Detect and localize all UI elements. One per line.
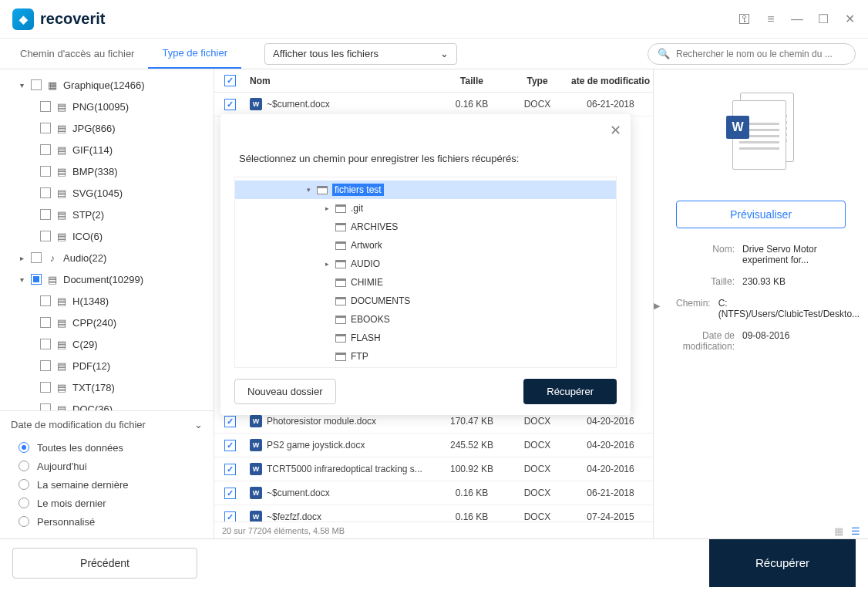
folder-icon xyxy=(335,353,346,361)
tree-bmp[interactable]: ▤BMP(338) xyxy=(0,160,214,182)
grid-view-icon[interactable]: ▦ xyxy=(834,525,843,537)
folder-item[interactable]: ARCHIVES xyxy=(235,218,616,236)
image-icon: ▦ xyxy=(46,79,59,91)
folder-item[interactable]: CHIMIE xyxy=(235,273,616,292)
maximize-icon[interactable]: ☐ xyxy=(817,13,829,25)
table-row[interactable]: WPS2 game joystick.docx245.52 KBDOCX04-2… xyxy=(214,434,653,457)
recover-button[interactable]: Récupérer xyxy=(709,539,856,587)
folder-icon xyxy=(335,204,346,213)
date-radio-1[interactable]: Aujourd'hui xyxy=(11,457,203,475)
new-folder-button[interactable]: Nouveau dossier xyxy=(234,379,336,404)
folder-item[interactable]: ▸AUDIO xyxy=(235,255,616,273)
folder-item[interactable]: EBOOKS xyxy=(235,310,616,329)
folder-icon xyxy=(335,223,346,231)
menu-icon[interactable]: ≡ xyxy=(765,13,777,25)
row-checkbox[interactable] xyxy=(224,464,236,475)
modal-recover-button[interactable]: Récupérer xyxy=(523,379,617,404)
folder-icon xyxy=(335,297,346,305)
tree-cpp[interactable]: ▤CPP(240) xyxy=(0,312,214,333)
date-filter-header[interactable]: Date de modification du fichier⌄ xyxy=(11,419,203,430)
list-view-icon[interactable]: ☰ xyxy=(851,525,860,537)
folder-icon xyxy=(335,278,346,287)
tree-gif[interactable]: ▤GIF(114) xyxy=(0,139,214,160)
folder-icon xyxy=(335,260,346,268)
tree-doc[interactable]: ▤DOC(36) xyxy=(0,398,214,410)
word-icon: W xyxy=(250,439,262,451)
caret-icon: ▸ xyxy=(323,260,331,268)
tree-ico[interactable]: ▤ICO(6) xyxy=(0,225,214,247)
date-radio-4[interactable]: Personnalisé xyxy=(11,512,203,531)
table-row[interactable]: W~$fezfzf.docx0.16 KBDOCX07-24-2015 xyxy=(214,505,653,521)
tree-document[interactable]: ▾▤Document(10299) xyxy=(0,268,214,290)
date-radio-3[interactable]: Le mois dernier xyxy=(11,494,203,512)
status-bar: 20 sur 77204 éléments, 4.58 MB xyxy=(214,521,653,538)
col-size[interactable]: Taille xyxy=(437,76,506,86)
audio-icon: ♪ xyxy=(46,251,59,264)
tree-jpg[interactable]: ▤JPG(866) xyxy=(0,117,214,139)
modal-close-icon[interactable]: ✕ xyxy=(610,122,621,139)
filter-label: Afficher tous les fichiers xyxy=(273,48,378,59)
caret-icon: ▸ xyxy=(323,204,331,212)
tree-graphique[interactable]: ▾▦Graphique(12466) xyxy=(0,74,214,96)
folder-item[interactable]: Artwork xyxy=(235,236,616,255)
folder-item[interactable]: ▾fichiers test xyxy=(235,181,616,199)
col-type[interactable]: Type xyxy=(506,76,568,86)
tree-txt[interactable]: ▤TXT(178) xyxy=(0,376,214,398)
tab-type[interactable]: Type de fichier xyxy=(148,39,241,69)
row-checkbox[interactable] xyxy=(224,511,236,522)
minimize-icon[interactable]: — xyxy=(791,13,803,25)
word-icon: W xyxy=(726,116,749,139)
logo-icon: ◆ xyxy=(12,8,34,30)
date-radio-2[interactable]: La semaine dernière xyxy=(11,475,203,494)
col-name[interactable]: Nom xyxy=(245,76,437,86)
tree-c[interactable]: ▤C(29) xyxy=(0,333,214,355)
word-icon: W xyxy=(250,487,262,499)
modal-title: Sélectionnez un chemin pour enregistrer … xyxy=(239,153,617,164)
row-checkbox[interactable] xyxy=(224,416,236,427)
folder-icon xyxy=(335,334,346,343)
app-logo: ◆ recoverit xyxy=(12,8,106,30)
preview-pane: W Prévisualiser Nom:Drive Servo Motor ex… xyxy=(654,69,868,538)
key-icon[interactable]: ⚿ xyxy=(738,13,751,25)
titlebar: ◆ recoverit ⚿ ≡ — ☐ ✕ xyxy=(0,0,868,39)
folder-item[interactable]: DOCUMENTS xyxy=(235,292,616,310)
table-header: Nom Taille Type ate de modificatio xyxy=(214,69,653,93)
footer: Précédent Récupérer xyxy=(0,538,868,586)
table-row[interactable]: WTCRT5000 infraredoptical tracking s...1… xyxy=(214,457,653,481)
tab-path[interactable]: Chemin d'accès au fichier xyxy=(6,39,148,69)
tree-stp[interactable]: ▤STP(2) xyxy=(0,204,214,225)
tree-audio[interactable]: ▸♪Audio(22) xyxy=(0,247,214,268)
col-date[interactable]: ate de modificatio xyxy=(568,76,653,86)
table-row[interactable]: W~$cument.docx0.16 KBDOCX06-21-2018 xyxy=(214,481,653,505)
radio-icon xyxy=(19,498,29,508)
meta-name: Drive Servo Motor experiment for... xyxy=(742,244,846,265)
preview-button[interactable]: Prévisualiser xyxy=(676,201,846,228)
expand-handle-icon[interactable]: ▶ xyxy=(654,301,660,311)
tree-svg[interactable]: ▤SVG(1045) xyxy=(0,182,214,204)
meta-date: 09-08-2016 xyxy=(742,330,846,352)
search-box[interactable]: 🔍 xyxy=(648,43,856,65)
select-all-checkbox[interactable] xyxy=(224,75,236,86)
filter-select[interactable]: Afficher tous les fichiers ⌄ xyxy=(264,43,457,65)
row-checkbox[interactable] xyxy=(224,488,236,499)
tree-png[interactable]: ▤PNG(10095) xyxy=(0,96,214,117)
radio-icon xyxy=(19,516,29,527)
date-radio-0[interactable]: Toutes les données xyxy=(11,438,203,457)
chevron-down-icon: ⌄ xyxy=(194,419,203,430)
tabs-row: Chemin d'accès au fichier Type de fichie… xyxy=(0,39,868,69)
tree-h[interactable]: ▤H(1348) xyxy=(0,290,214,312)
folder-item[interactable]: ▸.git xyxy=(235,199,616,218)
previous-button[interactable]: Précédent xyxy=(12,548,197,579)
folder-item[interactable]: FTP xyxy=(235,347,616,366)
search-input[interactable] xyxy=(676,49,846,59)
close-icon[interactable]: ✕ xyxy=(843,13,856,25)
chevron-down-icon: ⌄ xyxy=(440,48,449,59)
row-checkbox[interactable] xyxy=(224,440,236,451)
folder-tree[interactable]: ▾fichiers test▸.gitARCHIVESArtwork▸AUDIO… xyxy=(234,177,617,368)
folder-item[interactable]: FLASH xyxy=(235,329,616,347)
radio-icon xyxy=(19,461,29,471)
sidebar: ▾▦Graphique(12466) ▤PNG(10095) ▤JPG(866)… xyxy=(0,69,214,538)
table-row[interactable]: W~$cument.docx0.16 KBDOCX06-21-2018 xyxy=(214,93,653,116)
tree-pdf[interactable]: ▤PDF(12) xyxy=(0,355,214,376)
row-checkbox[interactable] xyxy=(224,99,236,110)
